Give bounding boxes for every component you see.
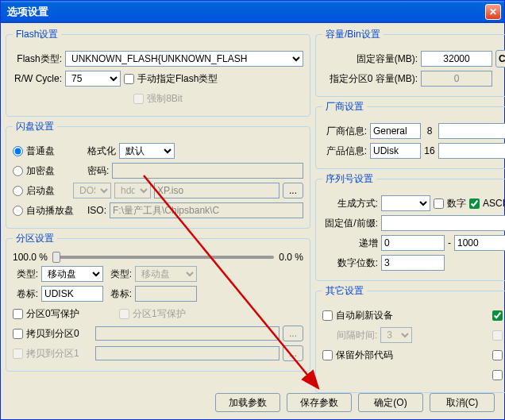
keep-ext-wrap[interactable]: 保留外部代码 xyxy=(322,349,393,362)
copy0-browse-button: ... xyxy=(283,326,303,341)
product-info-label: 产品信息: xyxy=(322,144,367,158)
type1-select: 移动盘 xyxy=(135,266,197,282)
partition-group: 分区设置 100.0 % 0.0 % 类型: 移动盘 类型: 移动盘 卷标: 卷… xyxy=(6,232,310,372)
other-group: 其它设置 自动刷新设备 间隔时间: 3 保留外部代码 加强版 强格版 擦除量产信… xyxy=(315,284,505,393)
inc-sep: - xyxy=(448,237,451,249)
window-title: 选项设置 xyxy=(7,5,48,19)
ok-button[interactable]: 确定(O) xyxy=(358,393,423,412)
vol1-input xyxy=(135,286,197,302)
product-info-input[interactable] xyxy=(370,143,421,159)
save-params-button[interactable]: 保存参数 xyxy=(287,393,352,412)
p0-cap-label: 指定分区0 容量(MB): xyxy=(322,72,418,86)
boot-drive-select: hdd xyxy=(114,183,151,198)
iso-label: ISO: xyxy=(87,205,106,216)
force-8bit-check xyxy=(133,94,144,104)
copy1-check xyxy=(13,349,23,359)
fixed-cap-input[interactable] xyxy=(421,51,492,67)
rw-cycle-label: R/W Cycle: xyxy=(13,73,62,84)
product-info2-input[interactable] xyxy=(438,143,505,159)
type0-select[interactable]: 移动盘 xyxy=(41,266,103,282)
wipe-wrap[interactable]: 擦除量产信息 xyxy=(492,349,505,362)
load-params-button[interactable]: 加载参数 xyxy=(215,393,280,412)
password-input xyxy=(112,163,303,179)
serial-legend: 序列号设置 xyxy=(322,172,376,186)
iso-path-input xyxy=(110,202,303,218)
cancel-button[interactable]: 取消(C) xyxy=(430,393,495,412)
copy0-check[interactable] xyxy=(13,329,23,339)
serial-group: 序列号设置 生成方式: 数字 ASCII 固定值/前缀: 递增 - xyxy=(315,172,505,281)
type1-label: 类型: xyxy=(106,268,132,281)
vendor-info2-input[interactable] xyxy=(438,123,505,139)
fixed-cap-label: 固定容量(MB): xyxy=(322,52,418,66)
vendor-legend: 厂商设置 xyxy=(322,100,367,114)
digits-label: 数字位数: xyxy=(322,256,378,270)
inc-label: 递增 xyxy=(322,237,378,250)
capacity-legend: 容量/Bin设置 xyxy=(322,28,384,41)
prefix-input[interactable] xyxy=(381,215,505,231)
format-select[interactable]: 默认 xyxy=(119,143,175,159)
port32-check[interactable] xyxy=(492,370,503,380)
autoplay-radio[interactable] xyxy=(13,206,23,216)
copy0-wrap[interactable]: 拷贝到分区0 xyxy=(13,327,92,341)
ascii-check-wrap[interactable]: ASCII xyxy=(469,198,505,209)
vendor-group: 厂商设置 厂商信息: 8 30 产品信息: 16 30 xyxy=(315,100,505,169)
num-check[interactable] xyxy=(434,198,444,209)
flash-type-select[interactable]: UNKNOWN_FLASH{UNKNOWN_FLASH xyxy=(65,51,303,67)
gen-method-select[interactable] xyxy=(381,195,430,211)
type0-label: 类型: xyxy=(13,268,38,281)
port32-wrap[interactable]: 32PortUI xyxy=(492,369,505,380)
product-n1: 16 xyxy=(424,145,435,156)
partition-slider[interactable] xyxy=(52,256,274,259)
inc-from-input[interactable] xyxy=(381,235,445,251)
force-8bit-wrap: 强制8Bit xyxy=(133,92,183,106)
wp0-wrap[interactable]: 分区0写保护 xyxy=(13,307,116,321)
wipe-check[interactable] xyxy=(492,350,503,360)
normal-disk-radio-wrap[interactable]: 普通盘 xyxy=(13,144,84,158)
boot-browse-button[interactable]: ... xyxy=(283,183,303,198)
wp0-check[interactable] xyxy=(13,309,23,319)
format-label: 格式化 xyxy=(87,144,116,158)
enhanced-check[interactable] xyxy=(492,310,503,321)
wp1-wrap: 分区1写保护 xyxy=(119,307,186,321)
close-icon: ✕ xyxy=(489,6,497,17)
inc-to-input[interactable] xyxy=(454,235,505,251)
encrypt-disk-radio-wrap[interactable]: 加密盘 xyxy=(13,164,84,178)
slider-thumb[interactable] xyxy=(52,252,60,263)
keep-ext-check[interactable] xyxy=(322,350,333,360)
copy1-input xyxy=(95,346,279,360)
manual-flash-check[interactable] xyxy=(124,74,134,84)
enhanced-wrap[interactable]: 加强版 xyxy=(492,309,505,322)
prefix-label: 固定值/前缀: xyxy=(322,217,378,230)
close-button[interactable]: ✕ xyxy=(485,4,501,20)
copy0-input xyxy=(95,326,279,341)
manual-flash-check-wrap[interactable]: 手动指定Flash类型 xyxy=(124,72,218,86)
ascii-check[interactable] xyxy=(469,198,480,209)
rw-cycle-select[interactable]: 75 xyxy=(65,71,121,87)
boot-disk-radio[interactable] xyxy=(13,186,23,196)
options-dialog: 选项设置 ✕ Flash设置 Flash类型: UNKNOWN_FLASH{UN… xyxy=(0,0,505,420)
disk-group: 闪盘设置 普通盘 格式化 默认 加密盘 密码: 启动盘 DOS hdd ... xyxy=(6,120,310,229)
flash-group: Flash设置 Flash类型: UNKNOWN_FLASH{UNKNOWN_F… xyxy=(6,28,310,117)
normal-disk-radio[interactable] xyxy=(13,146,23,156)
titlebar: 选项设置 ✕ xyxy=(1,1,504,23)
vendor-info-input[interactable] xyxy=(370,123,421,139)
interval-label: 间隔时间: xyxy=(337,329,377,342)
encrypt-disk-radio[interactable] xyxy=(13,166,23,176)
cbin-button[interactable]: CBin xyxy=(495,50,505,67)
vendor-n1: 8 xyxy=(424,125,435,137)
auto-refresh-check[interactable] xyxy=(322,310,333,321)
other-legend: 其它设置 xyxy=(322,284,367,298)
boot-iso-input xyxy=(154,183,279,198)
interval-select: 3 xyxy=(380,327,412,343)
digits-input[interactable] xyxy=(381,255,445,271)
auto-refresh-wrap[interactable]: 自动刷新设备 xyxy=(322,309,393,322)
vol0-input[interactable] xyxy=(41,286,103,302)
boot-disk-radio-wrap[interactable]: 启动盘 xyxy=(13,184,70,198)
copy1-wrap: 拷贝到分区1 xyxy=(13,347,92,360)
password-label: 密码: xyxy=(87,164,109,178)
num-check-wrap[interactable]: 数字 xyxy=(434,197,466,210)
gen-method-label: 生成方式: xyxy=(322,197,378,210)
autoplay-radio-wrap[interactable]: 自动播放盘 xyxy=(13,204,84,218)
vol0-label: 卷标: xyxy=(13,287,38,301)
vol1-label: 卷标: xyxy=(106,287,132,301)
